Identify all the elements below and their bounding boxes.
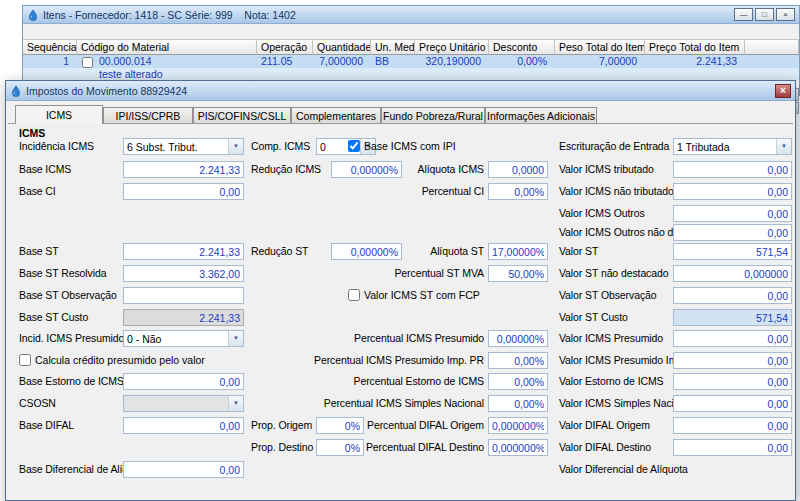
valor-icms-nao-tributado-input[interactable] — [673, 183, 792, 200]
percentual-estorno-icms-input[interactable] — [488, 373, 548, 390]
tab-informacoes-adicionais[interactable]: Informações Adicionais — [485, 107, 597, 124]
valor-icms-simples-input[interactable] — [673, 395, 792, 412]
base-ci-label: Base CI — [19, 185, 56, 198]
valor-estorno-icms-input[interactable] — [673, 373, 792, 390]
percentual-difal-origem-input[interactable] — [488, 417, 548, 434]
calcula-credito-presumido-text: Calcula crédito presumido pelo valor — [35, 354, 205, 366]
percentual-icms-presumido-input[interactable] — [488, 330, 548, 347]
percentual-st-mva-input[interactable] — [488, 265, 548, 282]
base-icms-com-ipi-box[interactable] — [348, 140, 360, 152]
valor-icms-st-com-fcp-checkbox[interactable]: Valor ICMS ST com FCP — [348, 289, 480, 301]
valor-icms-presumido-input[interactable] — [673, 330, 792, 347]
incidencia-icms-value: 6 Subst. Tribut. — [124, 139, 228, 154]
valor-icms-outros-nao-dest-input[interactable] — [673, 224, 792, 241]
incid-icms-presumido-value: 0 - Não — [124, 331, 228, 346]
items-table-header: Sequência Código do Material Operação Qu… — [23, 40, 799, 55]
base-icms-input[interactable] — [123, 161, 244, 178]
valor-difal-origem-label: Valor DIFAL Origem — [559, 419, 650, 432]
tab-pis-cofins-csll[interactable]: PIS/COFINS/CSLL — [193, 107, 291, 124]
cell-preco-total: 2.241,33 — [645, 55, 745, 68]
column-header-operacao[interactable]: Operação — [257, 40, 313, 55]
minimize-button[interactable]: — — [734, 8, 753, 21]
base-st-input[interactable] — [123, 243, 244, 260]
valor-difal-destino-input[interactable] — [673, 439, 792, 456]
cell-codigo-text: 00.000.014 — [99, 55, 152, 67]
window-close-button[interactable]: × — [776, 8, 795, 21]
dialog-titlebar[interactable]: Impostos do Movimento 88929424 × — [6, 81, 795, 101]
window-controls: — □ × — [734, 8, 795, 21]
cell-codigo: 00.000.014 — [77, 55, 257, 68]
chevron-down-icon: ▼ — [228, 396, 243, 411]
column-header-sequencia[interactable]: Sequência — [23, 40, 77, 55]
valor-icms-st-com-fcp-box[interactable] — [348, 289, 360, 301]
valor-st-label: Valor ST — [559, 245, 598, 258]
percentual-icms-simples-input[interactable] — [488, 395, 548, 412]
calcula-credito-presumido-checkbox[interactable]: Calcula crédito presumido pelo valor — [19, 354, 205, 366]
column-header-preco-total[interactable]: Preço Total do Item — [645, 40, 745, 55]
chevron-down-icon: ▼ — [228, 139, 243, 154]
base-icms-label: Base ICMS — [19, 163, 71, 176]
cell-quantidade: 7,000000 — [313, 55, 371, 68]
base-estorno-icms-input[interactable] — [123, 373, 244, 390]
percentual-ci-input[interactable] — [488, 183, 548, 200]
base-icms-com-ipi-checkbox[interactable]: Base ICMS com IPI — [348, 140, 456, 152]
base-ci-input[interactable] — [123, 183, 244, 200]
valor-icms-nao-tributado-label: Valor ICMS não tributado — [559, 185, 674, 198]
base-diferencial-aliq-input[interactable] — [123, 461, 244, 478]
column-header-codigo[interactable]: Código do Material — [77, 40, 257, 55]
column-header-preco-unitario[interactable]: Preço Unitário — [415, 40, 489, 55]
percentual-icms-presumido-imp-pr-input[interactable] — [488, 352, 548, 369]
csosn-select: ▼ — [123, 395, 244, 412]
valor-icms-tributado-input[interactable] — [673, 161, 792, 178]
cell-preco-unitario: 320,190000 — [415, 55, 489, 68]
base-st-observacao-input[interactable] — [123, 287, 244, 304]
prop-origem-label: Prop. Origem — [251, 419, 312, 432]
maximize-button[interactable]: □ — [755, 8, 774, 21]
valor-st-custo-input[interactable] — [673, 309, 792, 326]
escrituracao-entrada-select[interactable]: 1 Tributada ▼ — [673, 138, 792, 155]
row-checkbox[interactable] — [82, 57, 93, 68]
incid-icms-presumido-label: Incid. ICMS Presumido — [19, 332, 124, 345]
column-header-quantidade[interactable]: Quantidade — [313, 40, 371, 55]
percentual-icms-presumido-label: Percentual ICMS Presumido — [309, 332, 484, 345]
aliquota-st-input[interactable] — [488, 243, 548, 260]
percentual-ci-label: Percentual CI — [309, 185, 484, 198]
column-header-desconto[interactable]: Desconto — [489, 40, 555, 55]
base-st-label: Base ST — [19, 245, 59, 258]
valor-st-nao-destacado-label: Valor ST não destacado — [559, 267, 669, 280]
tab-icms[interactable]: ICMS — [15, 105, 103, 124]
dialog-title: Impostos do Movimento 88929424 — [26, 85, 771, 97]
dialog-close-button[interactable]: × — [775, 84, 791, 98]
calcula-credito-presumido-box[interactable] — [19, 354, 31, 366]
base-icms-com-ipi-text: Base ICMS com IPI — [364, 140, 456, 152]
base-diferencial-aliq-label: Base Diferencial de Alíq. — [19, 463, 131, 476]
valor-icms-outros-input[interactable] — [673, 205, 792, 222]
table-row[interactable]: 1 00.000.014 211.05 7,000000 BB 320,1900… — [23, 55, 799, 81]
column-header-unmed[interactable]: Un. Med. — [371, 40, 415, 55]
column-header-peso-total[interactable]: Peso Total do Item — [555, 40, 645, 55]
valor-st-input[interactable] — [673, 243, 792, 260]
valor-difal-destino-label: Valor DIFAL Destino — [559, 441, 651, 454]
incid-icms-presumido-select[interactable]: 0 - Não ▼ — [123, 330, 244, 347]
cell-operacao: 211.05 — [257, 55, 313, 68]
aliquota-icms-input[interactable] — [488, 161, 548, 178]
valor-difal-origem-input[interactable] — [673, 417, 792, 434]
percentual-difal-destino-label: Percentual DIFAL Destino — [309, 441, 484, 454]
percentual-difal-destino-input[interactable] — [488, 439, 548, 456]
items-window-titlebar[interactable]: Itens - Fornecedor: 1418 - SC Série: 999… — [23, 6, 799, 24]
base-st-resolvida-input[interactable] — [123, 265, 244, 282]
cell-peso-total: 7,00000 — [555, 55, 645, 68]
base-difal-input[interactable] — [123, 417, 244, 434]
tab-ipi-iss-cprb[interactable]: IPI/ISS/CPRB — [103, 107, 193, 124]
escrituracao-entrada-label: Escrituração de Entrada — [559, 140, 669, 153]
table-row-line1: 1 00.000.014 211.05 7,000000 BB 320,1900… — [23, 55, 799, 68]
valor-icms-presumido-imp-pr-input[interactable] — [673, 352, 792, 369]
tab-fundo-pobreza-rural[interactable]: Fundo Pobreza/Rural — [381, 107, 485, 124]
aliquota-st-label: Alíquota ST — [309, 245, 484, 258]
tab-complementares[interactable]: Complementares — [291, 107, 381, 124]
valor-st-nao-destacado-input[interactable] — [673, 265, 792, 282]
base-difal-label: Base DIFAL — [19, 419, 74, 432]
incidencia-icms-select[interactable]: 6 Subst. Tribut. ▼ — [123, 138, 244, 155]
valor-st-observacao-input[interactable] — [673, 287, 792, 304]
section-title-icms: ICMS — [19, 127, 45, 139]
